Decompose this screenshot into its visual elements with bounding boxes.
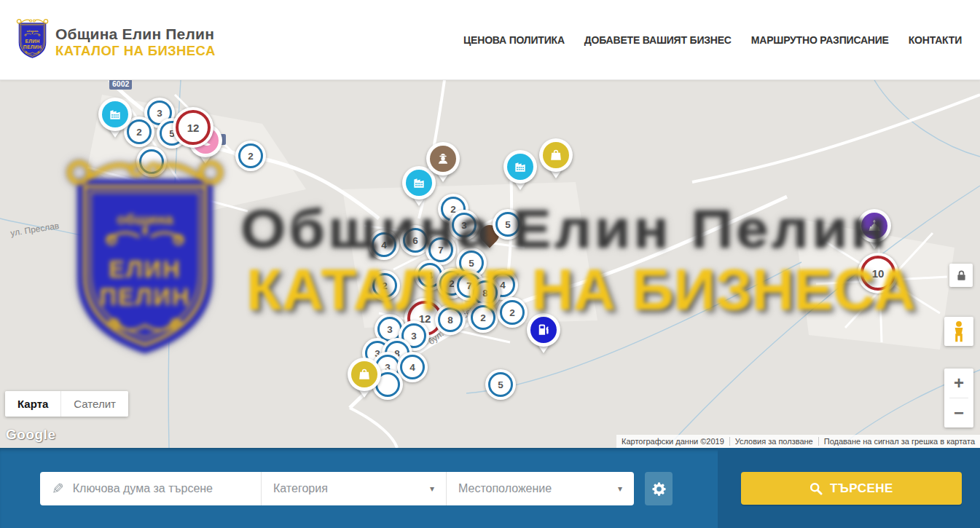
satellite-type-button[interactable]: Сателит	[60, 391, 128, 417]
bag-icon	[543, 142, 569, 168]
search-button[interactable]: ТЪРСЕНЕ	[741, 472, 962, 505]
municipality-crest-icon: община ЕЛИН ПЕЛИН	[15, 17, 50, 61]
svg-text:ПЕЛИН: ПЕЛИН	[23, 44, 42, 50]
factory-icon	[507, 154, 533, 180]
nav-item-add-business[interactable]: ДОБАВЕТЕ ВАШИЯТ БИЗНЕС	[584, 34, 732, 46]
map-cluster-marker[interactable]: 5	[485, 369, 516, 400]
search-button-label: ТЪРСЕНЕ	[830, 481, 893, 496]
search-form: ✎ Категория ▾ Местоположение ▾	[40, 472, 634, 505]
svg-text:ЕЛИН: ЕЛИН	[109, 256, 181, 283]
map-cluster-marker[interactable]: 12	[173, 107, 213, 148]
pencil-icon: ✎	[52, 480, 64, 497]
page: община ЕЛИН ПЕЛИН Община Елин Пелин КАТА…	[0, 0, 980, 528]
search-icon	[810, 482, 823, 495]
gear-icon	[651, 481, 667, 497]
header: община ЕЛИН ПЕЛИН Община Елин Пелин КАТА…	[0, 0, 980, 80]
svg-text:община: община	[117, 211, 173, 227]
keyword-search-input[interactable]	[73, 482, 252, 495]
keyword-field-wrap: ✎	[40, 472, 261, 505]
map-type-control: Карта Сателит	[5, 391, 128, 417]
svg-text:ЕЛИН: ЕЛИН	[25, 39, 39, 44]
site-title: Община Елин Пелин	[55, 25, 214, 43]
nav-item-contacts[interactable]: КОНТАКТИ	[909, 34, 962, 46]
worker-icon	[430, 146, 456, 172]
watermark-title: Община Елин Пелин	[240, 198, 889, 260]
bag-icon	[351, 361, 377, 387]
category-select[interactable]: Категория ▾	[261, 472, 446, 505]
svg-text:ПЕЛИН: ПЕЛИН	[100, 283, 191, 310]
map-pin-bag[interactable]	[348, 358, 381, 401]
map-pin-factory[interactable]	[503, 150, 537, 194]
map-canvas[interactable]: 6002 ул. Преслав бул. „Новосел 325122235…	[0, 80, 980, 448]
nav-item-pricing[interactable]: ЦЕНОВА ПОЛИТИКА	[463, 34, 565, 46]
chevron-down-icon: ▾	[618, 484, 622, 494]
map-type-button[interactable]: Карта	[5, 391, 60, 417]
zoom-in-button[interactable]: +	[944, 369, 973, 398]
location-select-value: Местоположение	[458, 482, 552, 495]
map-pin-factory[interactable]	[98, 98, 132, 141]
zoom-control: + −	[944, 369, 973, 427]
pegman-street-view[interactable]	[944, 317, 973, 346]
advanced-settings-button[interactable]	[645, 472, 673, 505]
nav-item-route-schedule[interactable]: МАРШРУТНО РАЗПИСАНИЕ	[751, 34, 889, 46]
svg-text:община: община	[27, 29, 39, 33]
map-pin-worker[interactable]	[426, 142, 460, 186]
category-select-value: Категория	[273, 482, 328, 495]
chevron-down-icon: ▾	[430, 484, 434, 494]
site-subtitle: КАТАЛОГ НА БИЗНЕСА	[55, 43, 216, 59]
watermark-subtitle: КАТАЛОГ НА БИЗНЕСА	[246, 256, 916, 323]
attribution-report-error-link[interactable]: Подаване на сигнал за грешка в картата	[818, 437, 980, 446]
pegman-icon	[951, 320, 967, 342]
attribution-terms-link[interactable]: Условия за ползване	[729, 437, 818, 446]
location-select[interactable]: Местоположение ▾	[446, 472, 634, 505]
lock-icon[interactable]	[949, 264, 973, 287]
main-nav: ЦЕНОВА ПОЛИТИКА ДОБАВЕТЕ ВАШИЯТ БИЗНЕС М…	[463, 0, 962, 80]
map-pin-bag[interactable]	[539, 138, 573, 182]
map-cluster-marker[interactable]: 2	[235, 141, 266, 171]
map-attribution: Картографски данни ©2019 Условия за полз…	[616, 435, 980, 448]
factory-icon	[102, 101, 128, 127]
google-logo[interactable]: Google	[6, 427, 55, 443]
attribution-copyright: Картографски данни ©2019	[616, 437, 729, 446]
zoom-out-button[interactable]: −	[944, 398, 973, 427]
search-bar: ✎ Категория ▾ Местоположение ▾ ТЪРСЕНЕ	[0, 448, 980, 528]
watermark-crest: община ЕЛИН ПЕЛИН	[60, 154, 230, 367]
map-cluster-marker[interactable]: 4	[397, 352, 428, 382]
